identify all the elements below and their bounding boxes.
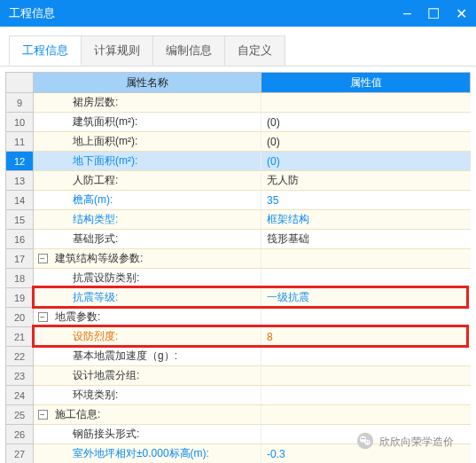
tab-0[interactable]: 工程信息 — [9, 35, 82, 66]
property-value[interactable]: 8 — [261, 327, 471, 347]
expander-cell — [34, 347, 51, 366]
collapse-icon[interactable]: − — [38, 410, 48, 420]
expander-cell: − — [34, 405, 51, 425]
table-row[interactable]: 12地下面积(m²):(0) — [5, 152, 471, 171]
expander-cell: − — [34, 308, 51, 327]
property-value[interactable]: (0) — [261, 113, 471, 132]
table-row[interactable]: 11地上面积(m²):(0) — [5, 132, 471, 152]
table-body: 9裙房层数:10建筑面积(m²):(0)11地上面积(m²):(0)12地下面积… — [5, 93, 471, 463]
table-row[interactable]: 25−施工信息: — [5, 405, 471, 425]
property-value[interactable] — [261, 405, 471, 425]
expander-cell: − — [34, 249, 51, 269]
property-name: 建筑结构等级参数: — [51, 249, 261, 269]
table-row[interactable]: 19抗震等级:一级抗震 — [5, 288, 471, 308]
expander-cell — [34, 366, 51, 386]
property-value[interactable]: (0) — [261, 152, 471, 171]
expander-cell — [34, 132, 51, 152]
property-name: 室外地坪相对±0.000标高(m): — [51, 444, 261, 463]
table-row[interactable]: 9裙房层数: — [5, 93, 471, 113]
watermark-text: 欣欣向荣学造价 — [379, 435, 454, 450]
expander-cell — [34, 152, 51, 171]
property-value[interactable] — [261, 308, 471, 327]
property-name: 抗震设防类别: — [51, 269, 261, 288]
row-index: 13 — [5, 171, 34, 191]
svg-point-6 — [368, 442, 369, 443]
close-icon[interactable]: ✕ — [456, 5, 467, 22]
property-value[interactable] — [261, 347, 471, 366]
property-value[interactable]: 框架结构 — [261, 210, 471, 230]
property-value[interactable]: 35 — [261, 191, 471, 210]
row-index: 15 — [5, 210, 34, 230]
expander-cell — [34, 288, 51, 308]
property-name: 环境类别: — [51, 386, 261, 405]
tab-3[interactable]: 自定义 — [224, 35, 285, 66]
property-name: 钢筋接头形式: — [51, 425, 261, 444]
collapse-icon[interactable]: − — [38, 254, 48, 263]
table-row[interactable]: 10建筑面积(m²):(0) — [5, 113, 471, 132]
svg-point-5 — [366, 442, 367, 443]
table-row[interactable]: 14檐高(m):35 — [5, 191, 471, 210]
titlebar: 工程信息 – ☐ ✕ — [0, 0, 476, 27]
tab-bar: 工程信息计算规则编制信息自定义 — [0, 27, 476, 67]
property-value[interactable]: (0) — [261, 132, 471, 152]
property-name: 基本地震加速度（g）: — [51, 347, 261, 366]
property-grid: 属性名称 属性值 9裙房层数:10建筑面积(m²):(0)11地上面积(m²):… — [0, 67, 476, 463]
collapse-icon[interactable]: − — [38, 312, 48, 322]
property-name: 结构类型: — [51, 210, 261, 230]
table-row[interactable]: 16基础形式:筏形基础 — [5, 230, 471, 249]
table-row[interactable]: 17−建筑结构等级参数: — [5, 249, 471, 269]
expander-cell — [34, 386, 51, 405]
minimize-icon[interactable]: – — [403, 5, 411, 21]
property-value[interactable] — [261, 386, 471, 405]
tab-1[interactable]: 计算规则 — [81, 35, 153, 66]
row-index: 14 — [5, 191, 34, 210]
expander-cell — [34, 210, 51, 230]
property-value[interactable]: 无人防 — [261, 171, 471, 191]
property-value[interactable] — [261, 269, 471, 288]
row-index: 24 — [5, 386, 34, 405]
maximize-icon[interactable]: ☐ — [427, 5, 440, 22]
table-row[interactable]: 18抗震设防类别: — [5, 269, 471, 288]
property-name: 地上面积(m²): — [51, 132, 261, 152]
expander-cell — [34, 230, 51, 249]
tab-2[interactable]: 编制信息 — [152, 35, 225, 66]
property-value[interactable]: 一级抗震 — [261, 288, 471, 308]
watermark: 欣欣向荣学造价 — [356, 432, 454, 452]
expander-cell — [34, 93, 51, 113]
col-name-header: 属性名称 — [34, 72, 261, 93]
expander-cell — [34, 425, 51, 444]
property-name: 地震参数: — [51, 308, 261, 327]
row-index: 18 — [5, 269, 34, 288]
expander-cell — [34, 191, 51, 210]
row-index: 11 — [5, 132, 34, 152]
property-value[interactable] — [261, 366, 471, 386]
row-index: 12 — [5, 152, 34, 171]
table-row[interactable]: 24环境类别: — [5, 386, 471, 405]
row-index: 26 — [5, 425, 34, 444]
expander-cell — [34, 327, 51, 347]
row-index: 19 — [5, 288, 34, 308]
table-row[interactable]: 20−地震参数: — [5, 308, 471, 327]
property-name: 檐高(m): — [51, 191, 261, 210]
property-name: 人防工程: — [51, 171, 261, 191]
property-name: 裙房层数: — [51, 93, 261, 113]
col-value-header: 属性值 — [261, 72, 471, 93]
svg-point-2 — [365, 440, 371, 445]
row-index: 17 — [5, 249, 34, 269]
table-row[interactable]: 21设防烈度:8 — [5, 327, 471, 347]
window-title: 工程信息 — [9, 5, 55, 21]
property-value[interactable] — [261, 249, 471, 269]
property-name: 建筑面积(m²): — [51, 113, 261, 132]
table-row[interactable]: 13人防工程:无人防 — [5, 171, 471, 191]
row-index: 23 — [5, 366, 34, 386]
table-header: 属性名称 属性值 — [5, 72, 471, 93]
row-index: 27 — [5, 444, 34, 463]
property-name: 抗震等级: — [51, 288, 261, 308]
table-row[interactable]: 22基本地震加速度（g）: — [5, 347, 471, 366]
property-value[interactable]: 筏形基础 — [261, 230, 471, 249]
svg-point-3 — [362, 438, 363, 439]
property-value[interactable] — [261, 93, 471, 113]
table-row[interactable]: 23设计地震分组: — [5, 366, 471, 386]
table-row[interactable]: 15结构类型:框架结构 — [5, 210, 471, 230]
row-index: 10 — [5, 113, 34, 132]
